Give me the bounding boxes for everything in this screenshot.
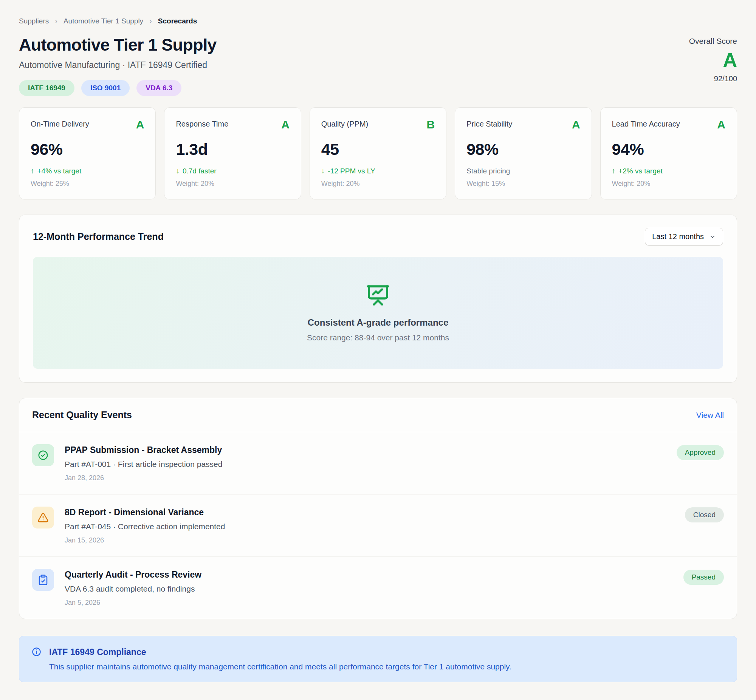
breadcrumb-supplier-name[interactable]: Automotive Tier 1 Supply: [64, 17, 143, 25]
metric-weight: Weight: 20%: [321, 180, 435, 188]
trend-chart-placeholder: Consistent A-grade performance Score ran…: [33, 257, 723, 369]
metric-card-quality-ppm: Quality (PPM) B 45 ↓ -12 PPM vs LY Weigh…: [310, 107, 446, 200]
header-left: Automotive Tier 1 Supply Automotive Manu…: [19, 35, 217, 96]
overall-score-label: Overall Score: [689, 37, 737, 46]
page-header: Automotive Tier 1 Supply Automotive Manu…: [19, 35, 737, 96]
trend-down-arrow-icon: ↓: [176, 167, 180, 175]
time-range-selected-value: Last 12 months: [652, 232, 704, 241]
metric-card-price-stability: Price Stability A 98% Stable pricing Wei…: [455, 107, 592, 200]
metric-grade: B: [427, 118, 435, 131]
metric-value: 96%: [31, 140, 144, 159]
metric-value: 1.3d: [176, 140, 289, 159]
page-title: Automotive Tier 1 Supply: [19, 35, 217, 55]
metric-cards: On-Time Delivery A 96% ↑ +4% vs target W…: [19, 107, 737, 200]
compliance-banner-title: IATF 16949 Compliance: [49, 647, 512, 657]
metric-trend: ↓ 0.7d faster: [176, 167, 289, 175]
event-row-quarterly-audit[interactable]: Quarterly Audit - Process Review VDA 6.3…: [19, 557, 737, 619]
compliance-banner-text: This supplier maintains automotive quali…: [49, 662, 512, 671]
metric-grade: A: [281, 118, 290, 131]
event-description: Part #AT-001 · First article inspection …: [65, 460, 666, 469]
metric-trend: Stable pricing: [466, 167, 580, 175]
metric-card-response-time: Response Time A 1.3d ↓ 0.7d faster Weigh…: [164, 107, 301, 200]
breadcrumb-separator-icon: ›: [149, 17, 152, 25]
quality-events-panel: Recent Quality Events View All PPAP Subm…: [19, 398, 737, 619]
check-circle-icon: [32, 444, 54, 466]
metric-name: Quality (PPM): [321, 118, 368, 128]
event-title: Quarterly Audit - Process Review: [65, 569, 673, 580]
metric-name: Price Stability: [466, 118, 512, 128]
metric-value: 94%: [612, 140, 725, 159]
badge-iso-9001: ISO 9001: [81, 80, 130, 96]
metric-card-lead-time-accuracy: Lead Time Accuracy A 94% ↑ +2% vs target…: [600, 107, 737, 200]
alert-triangle-icon: [32, 506, 54, 528]
badge-vda-63: VDA 6.3: [136, 80, 182, 96]
metric-value: 98%: [466, 140, 580, 159]
metric-weight: Weight: 20%: [176, 180, 289, 188]
metric-name: Response Time: [176, 118, 228, 128]
metric-grade: A: [136, 118, 144, 131]
breadcrumb: Suppliers › Automotive Tier 1 Supply › S…: [19, 17, 737, 25]
page-subtitle: Automotive Manufacturing · IATF 16949 Ce…: [19, 60, 217, 70]
trend-panel-title: 12-Month Performance Trend: [33, 231, 164, 242]
clipboard-check-icon: [32, 569, 54, 591]
status-badge-passed: Passed: [683, 570, 724, 585]
quality-events-title: Recent Quality Events: [32, 409, 132, 420]
event-description: Part #AT-045 · Corrective action impleme…: [65, 522, 675, 531]
trend-up-arrow-icon: ↑: [612, 167, 616, 175]
compliance-banner: IATF 16949 Compliance This supplier main…: [19, 636, 737, 682]
metric-weight: Weight: 15%: [466, 180, 580, 188]
event-date: Jan 28, 2026: [65, 474, 666, 482]
event-description: VDA 6.3 audit completed, no findings: [65, 584, 673, 594]
event-title: PPAP Submission - Bracket Assembly: [65, 444, 666, 455]
metric-trend: ↑ +4% vs target: [31, 167, 144, 175]
metric-grade: A: [717, 118, 725, 131]
metric-name: Lead Time Accuracy: [612, 118, 680, 128]
badge-iatf-16949: IATF 16949: [19, 80, 75, 96]
trend-down-arrow-icon: ↓: [321, 167, 325, 175]
metric-trend: ↓ -12 PPM vs LY: [321, 167, 435, 175]
metric-grade: A: [572, 118, 580, 131]
metric-trend-text: +4% vs target: [38, 167, 81, 175]
overall-score-block: Overall Score A 92/100: [689, 35, 737, 83]
event-title: 8D Report - Dimensional Variance: [65, 506, 675, 517]
event-row-8d-report[interactable]: 8D Report - Dimensional Variance Part #A…: [19, 494, 737, 557]
metric-trend: ↑ +2% vs target: [612, 167, 725, 175]
trend-placeholder-subtitle: Score range: 88-94 over past 12 months: [307, 333, 449, 342]
supplier-scorecard-page: Suppliers › Automotive Tier 1 Supply › S…: [0, 0, 756, 700]
status-badge-closed: Closed: [685, 507, 724, 522]
overall-score-value: 92/100: [689, 74, 737, 83]
breadcrumb-scorecards: Scorecards: [158, 17, 197, 25]
breadcrumb-separator-icon: ›: [55, 17, 58, 25]
metric-weight: Weight: 25%: [31, 180, 144, 188]
view-all-link[interactable]: View All: [696, 411, 724, 420]
presentation-chart-icon: [366, 283, 390, 309]
status-badge-approved: Approved: [677, 445, 724, 460]
performance-trend-panel: 12-Month Performance Trend Last 12 month…: [19, 214, 737, 383]
event-date: Jan 5, 2026: [65, 599, 673, 607]
event-date: Jan 15, 2026: [65, 536, 675, 544]
metric-value: 45: [321, 140, 435, 159]
overall-score-grade: A: [689, 49, 737, 71]
trend-up-arrow-icon: ↑: [31, 167, 34, 175]
event-row-ppap-submission[interactable]: PPAP Submission - Bracket Assembly Part …: [19, 432, 737, 494]
info-icon: [31, 647, 42, 671]
chevron-down-icon: [709, 233, 716, 240]
time-range-select[interactable]: Last 12 months: [645, 228, 723, 245]
metric-trend-text: Stable pricing: [466, 167, 510, 175]
metric-trend-text: 0.7d faster: [183, 167, 217, 175]
certification-badges: IATF 16949 ISO 9001 VDA 6.3: [19, 80, 217, 96]
metric-card-on-time-delivery: On-Time Delivery A 96% ↑ +4% vs target W…: [19, 107, 156, 200]
metric-name: On-Time Delivery: [31, 118, 89, 128]
metric-weight: Weight: 20%: [612, 180, 725, 188]
breadcrumb-suppliers[interactable]: Suppliers: [19, 17, 49, 25]
metric-trend-text: -12 PPM vs LY: [328, 167, 375, 175]
metric-trend-text: +2% vs target: [618, 167, 663, 175]
trend-placeholder-title: Consistent A-grade performance: [308, 317, 449, 328]
